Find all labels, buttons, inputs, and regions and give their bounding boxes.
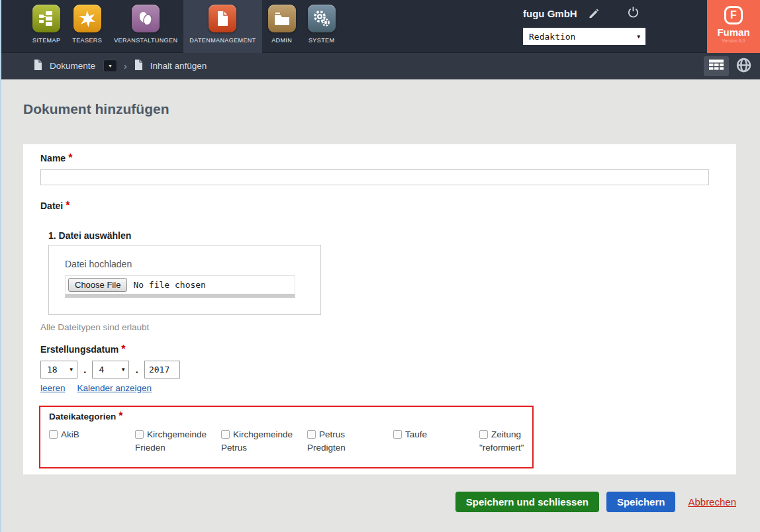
required-asterisk: * <box>68 152 72 163</box>
breadcrumb-current: Inhalt anfügen <box>150 61 207 71</box>
checkbox[interactable] <box>135 430 144 439</box>
role-select-value: Redaktion <box>529 32 575 42</box>
tab-teasers-label: TEASERS <box>72 37 102 44</box>
account-name: fugu GmbH <box>523 8 577 19</box>
category-option-zeitung-reformiert[interactable]: Zeitung "reformiert" <box>479 428 534 455</box>
cancel-link[interactable]: Abbrechen <box>688 496 736 508</box>
tab-sitemap[interactable]: SITEMAP <box>26 0 66 53</box>
edit-pencil-icon[interactable] <box>588 7 599 21</box>
date-separator: . <box>135 364 138 376</box>
tab-admin[interactable]: ADMIN <box>262 0 302 53</box>
chevron-down-icon: ▼ <box>70 367 73 373</box>
day-select-value: 18 <box>47 365 58 375</box>
category-option-akib[interactable]: AkiB <box>49 428 122 455</box>
main-nav-tabs: SITEMAP TEASERS VERANSTALTUNGEN <box>26 0 760 53</box>
clear-date-link[interactable]: leeren <box>40 383 66 393</box>
upload-label: Datei hochladen <box>65 259 305 269</box>
breadcrumb-separator: › <box>124 61 127 71</box>
chevron-down-icon: ▼ <box>637 34 640 40</box>
category-options: AkiB Kirchgemeinde Frieden Kirchgemeinde… <box>49 428 532 455</box>
star-burst-icon <box>73 5 101 32</box>
table-grid-icon <box>709 60 724 73</box>
language-globe-button[interactable] <box>734 56 753 76</box>
breadcrumb-root[interactable]: Dokumente <box>50 61 95 71</box>
document-icon <box>209 5 236 32</box>
month-select-value: 4 <box>99 365 104 375</box>
name-input[interactable] <box>40 169 709 185</box>
tab-veranstaltungen-label: VERANSTALTUNGEN <box>114 37 177 44</box>
category-option-label: AkiB <box>61 429 79 439</box>
category-option-label: Taufe <box>405 429 427 439</box>
tab-veranstaltungen[interactable]: VERANSTALTUNGEN <box>108 0 183 53</box>
file-status-text: No file chosen <box>133 280 206 290</box>
checkbox[interactable] <box>307 430 316 439</box>
role-select[interactable]: Redaktion ▼ <box>523 28 645 45</box>
day-select[interactable]: 18 ▼ <box>40 361 77 378</box>
category-option-kirchgemeinde-petrus[interactable]: Kirchgemeinde Petrus <box>221 428 294 455</box>
category-option-label: Kirchgemeinde Petrus <box>221 429 293 453</box>
file-input[interactable]: Choose File No file chosen <box>65 275 295 298</box>
show-calendar-link[interactable]: Kalender anzeigen <box>77 383 152 393</box>
date-controls: 18 ▼ . 4 ▼ . <box>40 361 719 378</box>
action-buttons: Speichern und schliessen Speichern Abbre… <box>0 492 736 512</box>
category-option-label: Kirchgemeinde Frieden <box>135 429 207 453</box>
fuman-logo-name: Fuman <box>717 26 749 38</box>
cms-window: SITEMAP TEASERS VERANSTALTUNGEN <box>0 0 760 532</box>
save-button[interactable]: Speichern <box>606 492 676 512</box>
file-upload-box: Datei hochladen Choose File No file chos… <box>48 245 321 315</box>
choose-file-button[interactable]: Choose File <box>68 278 127 292</box>
checkbox[interactable] <box>393 430 402 439</box>
chevron-down-icon: ▼ <box>122 367 125 373</box>
tab-system[interactable]: SYSTEM <box>302 0 342 53</box>
form-panel: Name* Datei* 1. Datei auswählen Datei ho… <box>23 144 736 474</box>
folder-icon <box>268 5 296 32</box>
page-icon <box>134 59 144 73</box>
globe-icon <box>736 58 751 75</box>
date-field-label: Erstellungsdatum <box>40 344 119 355</box>
tab-admin-label: ADMIN <box>271 37 292 44</box>
required-asterisk: * <box>121 343 125 355</box>
month-select[interactable]: 4 ▼ <box>92 361 129 378</box>
save-and-close-button[interactable]: Speichern und schliessen <box>455 492 599 512</box>
date-separator: . <box>83 364 86 376</box>
category-option-kirchgemeinde-frieden[interactable]: Kirchgemeinde Frieden <box>135 428 208 455</box>
required-asterisk: * <box>119 410 122 421</box>
fuman-logo-mark: F <box>724 6 743 24</box>
categories-label: Dateikategorien <box>49 412 116 421</box>
logout-power-icon[interactable] <box>627 6 640 21</box>
file-step-label: 1. Datei auswählen <box>48 230 719 241</box>
category-option-petrus-predigten[interactable]: Petrus Predigten <box>307 428 380 455</box>
fuman-logo-version: Version 6.0 <box>722 38 745 43</box>
category-option-taufe[interactable]: Taufe <box>393 428 466 455</box>
page-icon <box>33 59 43 73</box>
theater-masks-icon <box>132 5 160 32</box>
top-navigation-bar: SITEMAP TEASERS VERANSTALTUNGEN <box>0 0 760 53</box>
tab-system-label: SYSTEM <box>309 37 334 44</box>
fuman-logo: F Fuman Version 6.0 <box>707 0 760 53</box>
sitemap-icon <box>32 5 60 32</box>
list-view-button[interactable] <box>704 56 729 76</box>
required-asterisk: * <box>66 200 70 211</box>
page-title: Dokument hinzufügen <box>0 79 760 117</box>
breadcrumb-bar: Dokumente ▼ › Inhalt anfügen <box>0 53 760 79</box>
tab-sitemap-label: SITEMAP <box>32 37 60 44</box>
year-input[interactable] <box>144 361 180 378</box>
name-field-label: Name <box>40 153 66 163</box>
tab-teasers[interactable]: TEASERS <box>66 0 108 53</box>
file-field-label: Datei <box>40 200 63 211</box>
categories-highlight-box: Dateikategorien* AkiB Kirchgemeinde Frie… <box>39 406 534 468</box>
account-area: fugu GmbH Redaktion ▼ <box>523 6 645 45</box>
chevron-down-icon: ▼ <box>108 64 113 68</box>
tab-datenmanagement-label: DATENMANAGEMENT <box>189 37 256 44</box>
window-edge <box>0 0 1 532</box>
checkbox[interactable] <box>49 430 58 439</box>
tab-datenmanagement[interactable]: DATENMANAGEMENT <box>183 0 261 53</box>
checkbox[interactable] <box>479 430 488 439</box>
breadcrumb-dropdown-button[interactable]: ▼ <box>103 60 117 72</box>
checkbox[interactable] <box>221 430 230 439</box>
gears-icon <box>308 5 336 32</box>
file-types-hint: Alle Dateitypen sind erlaubt <box>40 322 719 332</box>
